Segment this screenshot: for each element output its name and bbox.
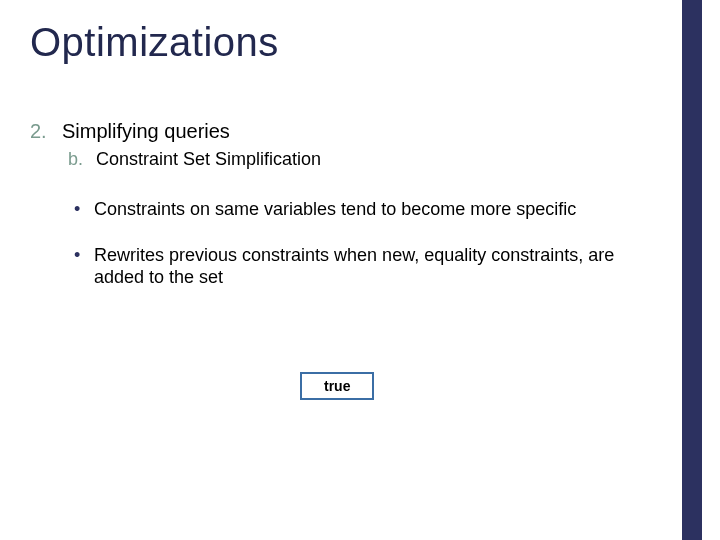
list-number-inner: b. xyxy=(68,149,96,170)
bullet-dot-icon: • xyxy=(74,244,94,266)
list-item-inner: b. Constraint Set Simplification xyxy=(68,149,640,170)
result-box: true xyxy=(300,372,374,400)
accent-bar xyxy=(682,0,702,540)
list-item-outer: 2. Simplifying queries xyxy=(30,120,640,143)
list-number-outer: 2. xyxy=(30,120,62,143)
slide-content: 2. Simplifying queries b. Constraint Set… xyxy=(30,120,640,312)
bullet-text: Rewrites previous constraints when new, … xyxy=(94,244,640,288)
slide-title: Optimizations xyxy=(30,20,279,65)
bullet-dot-icon: • xyxy=(74,198,94,220)
bullet-item: • Constraints on same variables tend to … xyxy=(74,198,640,220)
list-text-inner: Constraint Set Simplification xyxy=(96,149,321,170)
bullet-item: • Rewrites previous constraints when new… xyxy=(74,244,640,288)
list-text-outer: Simplifying queries xyxy=(62,120,230,143)
bullet-text: Constraints on same variables tend to be… xyxy=(94,198,576,220)
